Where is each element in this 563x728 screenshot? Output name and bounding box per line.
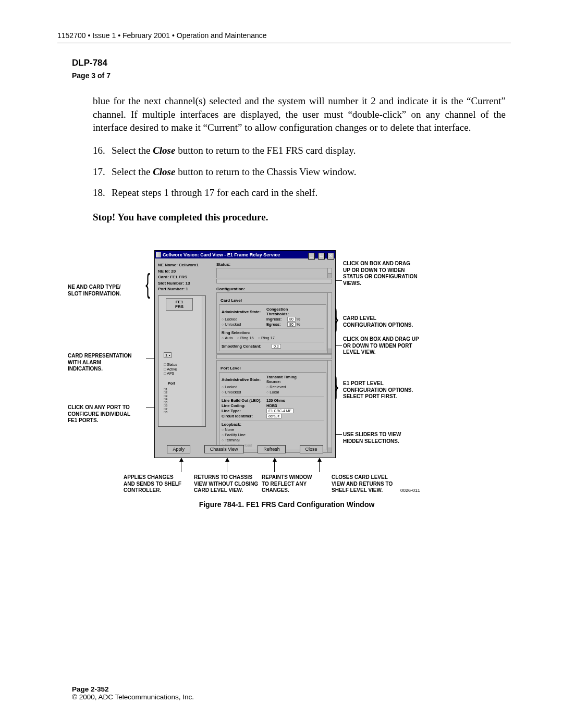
callout-card-level: CARD LEVEL CONFIGURATION OPTIONS. [343,315,447,328]
port-list[interactable]: 1 2 3 4 5 6 7 8 [164,388,167,414]
arrow-up-icon [225,458,229,462]
value: HDB3 [266,403,277,408]
radio-terminal[interactable]: Terminal [222,438,240,442]
label: Circuit Identifier: [222,414,266,418]
port-item[interactable]: 3 [164,394,167,398]
status-label: Status: [216,262,332,267]
step-16: 16. Select the Close button to return to… [93,144,506,158]
port-header: Port [168,381,175,385]
panel-title: Port Level [219,366,242,371]
step-17: 17. Select the Close button to return to… [93,165,506,179]
radio-ring16[interactable]: Ring 16 [237,336,254,340]
label: Ingress: [266,317,287,322]
callout-drag-views: CLICK ON BOX AND DRAG UP OR DOWN TO WIDE… [343,261,447,287]
callout-chassis: RETURNS TO CHASSIS VIEW WITHOUT CLOSING … [194,474,272,494]
footer-page: Page 2-352 [72,685,194,693]
scrollbar[interactable] [327,293,332,353]
label: Administrative State: [222,377,266,382]
connector-line [335,434,342,435]
dlp-id: DLP-784 [72,58,511,68]
step-number: 16. [93,144,112,158]
scrollbar[interactable] [202,296,205,426]
label: % [297,317,300,322]
label: Administrative State: [222,310,266,314]
value: 120 Ohms [266,398,285,403]
callout-sliders: USE SLIDERS TO VIEW HIDDEN SELECTIONS. [343,431,447,445]
close-button[interactable]: X [327,253,334,260]
radio-unlocked[interactable]: Unlocked [222,390,241,394]
radio-none[interactable]: None [222,427,234,432]
radio-facility-line[interactable]: Facility Line [222,433,246,437]
maximize-button[interactable]: ☐ [318,253,325,260]
minimize-button[interactable]: _ [308,253,315,260]
radio-locked[interactable]: Locked [222,385,237,389]
radio-received[interactable]: Recieved [266,385,286,389]
connector-line [227,462,227,472]
smoothing-input[interactable]: 0.3 [272,344,281,349]
callout-port-level: E1 PORT LEVEL CONFIGURATION OPTIONS. SEL… [343,380,447,400]
step-text: Repeat steps 1 through 17 for each card … [112,186,506,200]
label: Loopback: [222,422,266,427]
radio-unlocked[interactable]: Unlocked [222,322,241,327]
step-pre: Select the [112,145,153,156]
callout-ne-card: NE AND CARD TYPE/ SLOT INFORMATION. [68,284,146,297]
status-panel [216,268,332,278]
card-representation: FE1FRS 1 • Status Active APS Port 1 2 3 … [158,295,206,427]
close-button[interactable]: Close [300,445,323,453]
port-item[interactable]: 6 [164,404,167,407]
step-number: 17. [93,165,112,179]
radio-locked[interactable]: Locked [222,317,237,322]
label: Smoothing Constant: [222,344,266,349]
page-footer: Page 2-352 © 2000, ADC Telecommunication… [72,685,194,701]
card-label: FE1FRS [166,298,193,311]
value: FE1 FRS [170,275,187,279]
app-icon [156,252,161,257]
port-item[interactable]: 2 [164,391,167,394]
scrollbar[interactable] [327,361,332,452]
splitter[interactable] [216,279,332,283]
value: 20 [171,269,176,274]
connector-line [319,462,320,472]
scrollbar[interactable] [327,268,332,278]
radio-local[interactable]: Local [266,390,279,394]
label: NE Id: [158,269,170,274]
label: % [297,322,300,327]
refresh-button[interactable]: Refresh [258,445,286,453]
value: 1 [186,287,188,291]
page-header: 1152700 • Issue 1 • February 2001 • Oper… [57,31,511,43]
figure-caption: Figure 784-1. FE1 FRS Card Configuration… [68,500,506,509]
titlebar[interactable]: Cellworx Vision: Card View - E1 Frame Re… [155,251,335,258]
label: Congestion Thresholds: [266,307,311,316]
brace-icon: { [145,272,150,295]
legend-item: Status [164,363,177,367]
label: Ring Selection: [222,330,266,335]
ingress-spinner[interactable]: 80 [287,317,296,322]
completed-notice: Stop! You have completed this procedure. [93,212,506,223]
chassis-view-button[interactable]: Chassis View [204,445,244,453]
value: 13 [185,281,190,286]
port-item[interactable]: 8 [164,411,167,414]
label: Egress: [266,322,287,327]
panel-title: Card Level [219,298,243,303]
callout-ports: CLICK ON ANY PORT TO CONFIGURE INDIVIDUA… [68,404,146,424]
radio-ring17[interactable]: Ring 17 [258,336,275,340]
connector-line [335,346,342,346]
connector-line [181,462,181,472]
line-type-select[interactable]: E1 CRC-4 MF [266,409,293,413]
callout-apply: APPLIES CHANGES AND SENDS TO SHELF CONTR… [124,474,197,494]
figure-id: 0026-011 [400,488,420,493]
intro-paragraph: blue for the next channel(s) selected an… [93,94,506,134]
apply-button[interactable]: Apply [167,445,190,453]
egress-spinner[interactable]: 80 [287,322,296,327]
step-post: button to return to the FE1 FRS card dis… [175,145,356,156]
radio-auto[interactable]: Auto [222,336,233,340]
value: Cellworx1 [179,263,199,267]
footer-copyright: © 2000, ADC Telecommunications, Inc. [72,693,194,701]
circuit-id-input[interactable]: default [266,414,282,418]
label: Port Number: [158,287,185,291]
page-of: Page 3 of 7 [72,71,511,80]
connector-line [335,280,342,281]
splitter[interactable] [216,354,332,359]
label: Slot Number: [158,281,184,286]
port-mini-icon: 1 • [164,352,172,358]
